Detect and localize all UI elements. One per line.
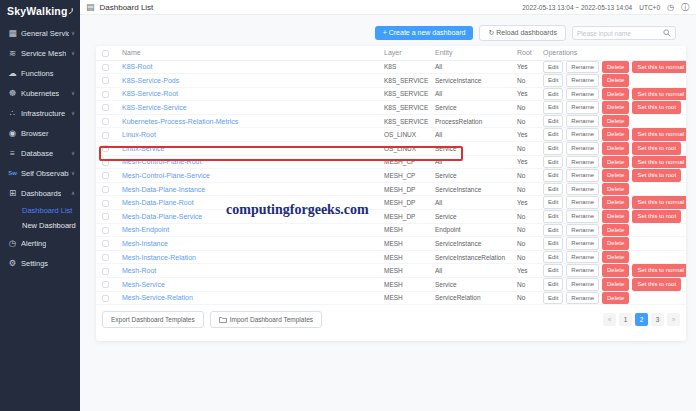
dashboard-name-link[interactable]: K8S-Service-Pods [122,77,179,84]
dashboard-name-link[interactable]: K8S-Root [122,63,152,70]
row-checkbox[interactable] [102,200,109,207]
op-rename-button[interactable]: Rename [566,224,599,237]
sidebar-item-general-service[interactable]: ▦General Service∨ [0,23,80,43]
op-delete-button[interactable]: Delete [602,142,629,155]
op-delete-button[interactable]: Delete [602,264,629,277]
row-checkbox[interactable] [102,145,109,152]
op-edit-button[interactable]: Edit [543,224,563,237]
op-rename-button[interactable]: Rename [566,196,599,209]
dashboard-name-link[interactable]: Mesh-Instance [122,240,168,247]
row-checkbox[interactable] [102,295,109,302]
import-templates-button[interactable]: Import Dashboard Templates [210,311,322,328]
op-set-this-to-root-button[interactable]: Set this to root [632,278,681,291]
op-edit-button[interactable]: Edit [543,196,563,209]
op-edit-button[interactable]: Edit [543,101,563,114]
op-set-this-to-normal-button[interactable]: Set this to normal [632,264,686,277]
dashboard-name-link[interactable]: Mesh-Service [122,281,165,288]
op-rename-button[interactable]: Rename [566,74,599,87]
sidebar-item-settings[interactable]: ⚙Settings [0,253,80,273]
op-set-this-to-normal-button[interactable]: Set this to normal [632,61,686,74]
op-rename-button[interactable]: Rename [566,292,599,305]
op-edit-button[interactable]: Edit [543,61,563,74]
search-box[interactable] [572,26,676,40]
op-rename-button[interactable]: Rename [566,101,599,114]
row-checkbox[interactable] [102,186,109,193]
op-rename-button[interactable]: Rename [566,128,599,141]
op-rename-button[interactable]: Rename [566,210,599,223]
auto-refresh-icon[interactable]: ◷ [667,3,674,12]
op-delete-button[interactable]: Delete [602,88,629,101]
op-edit-button[interactable]: Edit [543,264,563,277]
op-edit-button[interactable]: Edit [543,251,563,264]
select-all-checkbox[interactable] [102,50,109,57]
sidebar-item-self-observability[interactable]: SwSelf Observability∨ [0,163,80,183]
op-set-this-to-normal-button[interactable]: Set this to normal [632,88,686,101]
op-delete-button[interactable]: Delete [602,61,629,74]
timezone-label[interactable]: UTC+0 [639,4,660,11]
op-rename-button[interactable]: Rename [566,183,599,196]
op-delete-button[interactable]: Delete [602,128,629,141]
op-delete-button[interactable]: Delete [602,196,629,209]
export-templates-button[interactable]: Export Dashboard Templates [102,311,204,328]
op-rename-button[interactable]: Rename [566,142,599,155]
row-checkbox[interactable] [102,77,109,84]
op-delete-button[interactable]: Delete [602,210,629,223]
op-rename-button[interactable]: Rename [566,88,599,101]
dashboard-name-link[interactable]: Kubernetes-Process-Relation-Metrics [122,118,238,125]
op-rename-button[interactable]: Rename [566,61,599,74]
sidebar-item-database[interactable]: ≡Database∨ [0,143,80,163]
op-set-this-to-root-button[interactable]: Set this to root [632,210,681,223]
sidebar-item-kubernetes[interactable]: ☸Kubernetes∨ [0,83,80,103]
op-delete-button[interactable]: Delete [602,237,629,250]
op-delete-button[interactable]: Delete [602,251,629,264]
op-rename-button[interactable]: Rename [566,237,599,250]
op-set-this-to-root-button[interactable]: Set this to root [632,169,681,182]
op-delete-button[interactable]: Delete [602,224,629,237]
dashboard-name-link[interactable]: K8S-Service-Service [122,104,187,111]
op-edit-button[interactable]: Edit [543,183,563,196]
dashboard-name-link[interactable]: Mesh-Endpoint [122,226,169,233]
sidebar-toggle-icon[interactable]: ▤ [86,2,95,12]
row-checkbox[interactable] [102,118,109,125]
dashboard-name-link[interactable]: Mesh-Data-Plane-Root [122,199,194,206]
time-range-picker[interactable]: 2022-05-13 13:04 ~ 2022-05-13 14:04 [522,4,632,11]
info-icon[interactable]: ⓘ [681,2,689,13]
create-dashboard-button[interactable]: + Create a new dashboard [375,26,474,40]
row-checkbox[interactable] [102,159,109,166]
search-icon[interactable] [663,29,671,37]
reload-dashboards-button[interactable]: ↻Reload dashboards [479,25,566,41]
dashboard-name-link[interactable]: K8S-Service-Root [122,90,178,97]
op-edit-button[interactable]: Edit [543,115,563,128]
op-edit-button[interactable]: Edit [543,88,563,101]
op-edit-button[interactable]: Edit [543,278,563,291]
dashboard-name-link[interactable]: Mesh-Instance-Relation [122,254,196,261]
dashboard-name-link[interactable]: Linux-Root [122,131,156,138]
op-delete-button[interactable]: Delete [602,74,629,87]
op-delete-button[interactable]: Delete [602,156,629,169]
row-checkbox[interactable] [102,172,109,179]
sidebar-item-new-dashboard[interactable]: New Dashboard [0,218,80,233]
row-checkbox[interactable] [102,254,109,261]
page-3-button[interactable]: 3 [651,313,664,326]
op-edit-button[interactable]: Edit [543,169,563,182]
page-2-button[interactable]: 2 [635,313,648,326]
op-edit-button[interactable]: Edit [543,74,563,87]
sidebar-item-browser[interactable]: ◉Browser [0,123,80,143]
sidebar-item-dashboard-list[interactable]: Dashboard List [0,203,80,218]
dashboard-name-link[interactable]: Linux-Service [122,145,164,152]
row-checkbox[interactable] [102,213,109,220]
op-set-this-to-root-button[interactable]: Set this to root [632,101,681,114]
row-checkbox[interactable] [102,227,109,234]
op-rename-button[interactable]: Rename [566,278,599,291]
op-set-this-to-root-button[interactable]: Set this to root [632,142,681,155]
row-checkbox[interactable] [102,132,109,139]
op-rename-button[interactable]: Rename [566,251,599,264]
sidebar-item-alerting[interactable]: ◷Alerting [0,233,80,253]
prev-page-button[interactable]: « [603,313,616,326]
search-input[interactable] [577,30,663,37]
op-delete-button[interactable]: Delete [602,292,629,305]
op-set-this-to-normal-button[interactable]: Set this to normal [632,128,686,141]
row-checkbox[interactable] [102,268,109,275]
op-rename-button[interactable]: Rename [566,169,599,182]
op-delete-button[interactable]: Delete [602,183,629,196]
